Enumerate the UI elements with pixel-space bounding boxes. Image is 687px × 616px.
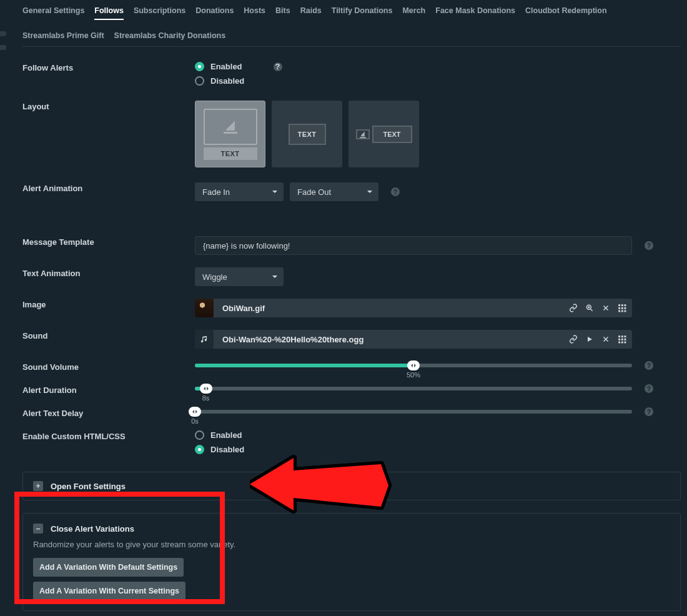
plus-icon: + [33,481,43,491]
minus-icon: – [33,524,43,534]
svg-rect-5 [621,307,623,309]
alert-variations-panel: – Close Alert Variations Randomize your … [22,513,681,611]
settings-tabs: General SettingsFollowsSubscriptionsDona… [22,5,681,47]
tab-subscriptions[interactable]: Subscriptions [134,5,185,20]
zoom-icon[interactable] [585,303,595,313]
add-variation-default-button[interactable]: Add A Variation With Default Settings [33,558,184,577]
sound-filename: Obi-Wan%20-%20Hello%20there.ogg [219,335,568,344]
tab-bits[interactable]: Bits [275,5,290,20]
close-icon[interactable] [601,303,611,313]
close-alert-variations-toggle[interactable]: – Close Alert Variations [33,524,670,534]
tab-donations[interactable]: Donations [195,5,234,20]
tab-tiltify-donations[interactable]: Tiltify Donations [332,5,393,20]
label-alert-duration: Alert Duration [22,384,195,395]
link-icon[interactable] [568,334,578,344]
left-drawer-handle[interactable] [0,31,6,50]
follow-alerts-radios: Enabled ? Disabled [195,62,282,86]
duration-slider[interactable]: 8s [195,387,632,390]
image-thumb [195,299,214,317]
image-file-row: ObiWan.gif [195,299,632,317]
tab-face-mask-donations[interactable]: Face Mask Donations [435,5,515,20]
layout-image-top[interactable]: TEXT [195,101,265,167]
radio-disabled[interactable]: Disabled [195,76,282,86]
tab-hosts[interactable]: Hosts [244,5,265,20]
radio-enabled-label: Enabled [210,62,242,71]
tab-follows[interactable]: Follows [94,5,124,20]
svg-rect-9 [625,310,626,312]
tab-streamlabs-charity-donations[interactable]: Streamlabs Charity Donations [114,30,226,41]
volume-slider[interactable]: 50% [195,364,632,367]
label-sound-volume: Sound Volume [22,361,195,372]
label-text-animation: Text Animation [22,267,195,278]
label-follow-alerts: Follow Alerts [22,62,195,72]
open-font-settings-toggle[interactable]: + Open Font Settings [33,481,670,491]
custom-html-enabled[interactable]: Enabled [195,430,244,440]
layout-text-token: TEXT [289,124,326,145]
svg-rect-17 [621,342,623,344]
svg-rect-12 [625,335,626,337]
help-icon[interactable]: ? [391,187,400,196]
variations-description: Randomize your alerts to give your strea… [33,540,670,549]
label-custom-html: Enable Custom HTML/CSS [22,430,195,441]
font-settings-panel: + Open Font Settings [22,472,681,500]
add-variation-current-button[interactable]: Add A Variation With Current Settings [33,582,185,600]
svg-rect-6 [625,307,626,309]
duration-value: 8s [202,394,210,402]
message-template-input[interactable] [195,236,632,255]
volume-value: 50% [407,371,420,379]
tab-streamlabs-prime-gift[interactable]: Streamlabs Prime Gift [22,30,104,41]
help-icon[interactable]: ? [645,361,653,370]
radio-enabled[interactable]: Enabled ? [195,62,282,71]
custom-html-disabled[interactable]: Disabled [195,445,244,454]
svg-rect-15 [625,339,626,340]
svg-rect-13 [618,339,620,340]
tab-general-settings[interactable]: General Settings [22,5,84,20]
variations-title: Close Alert Variations [51,524,134,534]
label-layout: Layout [22,101,195,111]
delay-slider[interactable]: 0s [195,410,632,414]
delay-value: 0s [191,417,199,425]
label-sound: Sound [22,330,195,340]
svg-rect-8 [621,310,623,312]
help-icon[interactable]: ? [645,241,653,250]
tab-raids[interactable]: Raids [300,5,322,20]
tab-cloudbot-redemption[interactable]: Cloudbot Redemption [525,5,607,20]
select-text-animation[interactable]: Wiggle [195,267,284,286]
sound-file-row: Obi-Wan%20-%20Hello%20there.ogg [195,330,632,349]
help-icon[interactable]: ? [274,62,282,71]
layout-text-only[interactable]: TEXT [272,101,342,167]
label-image: Image [22,299,195,309]
settings-panel: General SettingsFollowsSubscriptionsDona… [0,0,687,611]
label-alert-text-delay: Alert Text Delay [22,407,195,418]
select-anim-out[interactable]: Fade Out [290,182,378,201]
link-icon[interactable] [568,303,578,313]
help-icon[interactable]: ? [645,384,653,393]
svg-rect-7 [618,310,620,312]
close-icon[interactable] [601,334,611,344]
image-filename: ObiWan.gif [219,304,568,313]
layout-text-token: TEXT [204,147,257,160]
svg-rect-3 [625,304,626,306]
layout-image-left[interactable]: TEXT [348,101,419,167]
grid-icon[interactable] [617,334,627,344]
tab-merch[interactable]: Merch [402,5,425,20]
layout-text-token: TEXT [372,126,412,143]
svg-rect-1 [618,304,620,306]
svg-rect-4 [618,307,620,309]
svg-rect-18 [625,342,626,344]
radio-disabled-label: Disabled [210,76,244,86]
font-settings-title: Open Font Settings [51,482,126,491]
play-icon[interactable] [585,334,595,344]
grid-icon[interactable] [617,303,627,313]
music-icon [195,330,214,349]
svg-rect-11 [621,335,623,337]
svg-rect-16 [618,342,620,344]
select-anim-in[interactable]: Fade In [195,182,284,201]
svg-rect-14 [621,339,623,340]
label-alert-animation: Alert Animation [22,182,195,193]
svg-rect-2 [621,304,623,306]
label-message-template: Message Template [22,236,195,247]
svg-rect-10 [618,335,620,337]
help-icon[interactable]: ? [645,407,653,416]
